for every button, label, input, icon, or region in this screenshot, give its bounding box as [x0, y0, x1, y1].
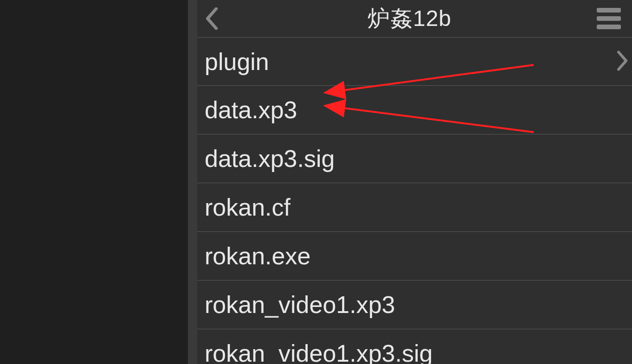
file-item-data-xp3[interactable]: data.xp3 — [197, 86, 632, 134]
file-item-rokan-video1-xp3-sig[interactable]: rokan_video1.xp3.sig — [197, 329, 632, 364]
file-name-label: rokan.exe — [205, 242, 310, 270]
hamburger-icon — [597, 8, 621, 13]
left-sidebar-panel — [0, 0, 188, 364]
file-list: plugin data.xp3 data.xp3.sig rokan.cf ro… — [197, 37, 632, 364]
file-name-label: rokan.cf — [205, 193, 290, 221]
folder-item-plugin[interactable]: plugin — [197, 37, 632, 86]
file-name-label: plugin — [205, 48, 269, 76]
file-name-label: rokan_video1.xp3 — [205, 291, 395, 319]
hamburger-icon — [597, 25, 621, 29]
header-bar: 炉姦12b — [197, 0, 632, 37]
file-item-data-xp3-sig[interactable]: data.xp3.sig — [197, 134, 632, 183]
scrollbar-track[interactable] — [188, 0, 197, 364]
hamburger-icon — [597, 16, 621, 21]
file-name-label: data.xp3 — [205, 96, 297, 124]
chevron-right-icon — [615, 51, 628, 73]
chevron-left-icon — [205, 7, 220, 30]
back-button[interactable] — [201, 7, 224, 30]
page-title: 炉姦12b — [368, 4, 451, 33]
file-item-rokan-video1-xp3[interactable]: rokan_video1.xp3 — [197, 281, 632, 329]
file-item-rokan-cf[interactable]: rokan.cf — [197, 183, 632, 232]
menu-button[interactable] — [595, 7, 623, 30]
file-browser-panel: 炉姦12b plugin data.xp3 data.xp3.sig rokan… — [197, 0, 632, 364]
file-item-rokan-exe[interactable]: rokan.exe — [197, 232, 632, 281]
file-name-label: data.xp3.sig — [205, 145, 335, 172]
file-name-label: rokan_video1.xp3.sig — [205, 339, 432, 364]
